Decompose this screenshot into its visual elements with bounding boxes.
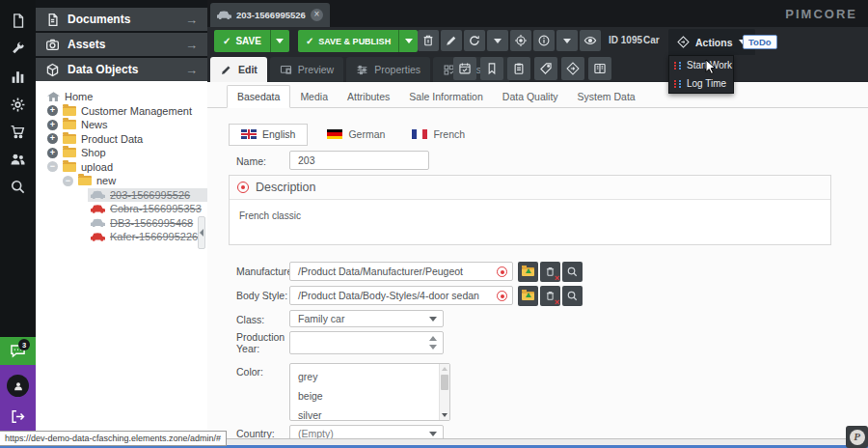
remove-relation-button[interactable]: × [540, 262, 560, 282]
reports-chart-icon[interactable] [0, 64, 36, 89]
sidebar-collapse-handle[interactable] [198, 216, 205, 249]
remove-relation-button[interactable]: × [540, 286, 560, 306]
save-publish-dropdown-caret[interactable] [398, 30, 418, 52]
preview-eye-button[interactable] [580, 30, 601, 51]
search-relation-button[interactable] [562, 262, 583, 282]
class-select[interactable]: Family car [289, 310, 444, 327]
tree-item[interactable]: Customer Management [36, 104, 207, 119]
check-icon: ✓ [306, 36, 313, 46]
tree-item[interactable]: Home [36, 90, 207, 104]
content-tab[interactable]: Data Quality [493, 86, 568, 107]
reload-dropdown-caret[interactable] [487, 30, 508, 51]
content-tab-row: BasedataMediaAttributesSale InformationD… [207, 87, 868, 108]
color-option[interactable]: grey [298, 367, 449, 386]
content-tab[interactable]: Attributes [338, 86, 399, 107]
color-option[interactable]: silver [298, 406, 449, 421]
tree-item[interactable]: new [36, 174, 207, 188]
tree-expander-icon[interactable] [47, 105, 58, 116]
actions-menu-item[interactable]: Start Work [669, 56, 733, 74]
tree-expander-icon[interactable] [47, 161, 58, 172]
language-tab-label: French [433, 128, 465, 140]
info-dropdown-caret[interactable] [556, 30, 578, 51]
view-tab[interactable]: Edit [210, 57, 267, 82]
tree-item-icon [91, 190, 105, 199]
open-relation-folder-button[interactable] [518, 286, 538, 306]
tree-expander-icon[interactable] [47, 133, 58, 144]
tree-item[interactable]: Shop [36, 146, 207, 160]
tag-icon[interactable] [534, 57, 557, 80]
localized-field-icon [237, 182, 249, 193]
user-avatar[interactable] [7, 375, 29, 397]
schedule-calendar-icon[interactable] [453, 57, 476, 80]
settings-gear-icon[interactable] [0, 92, 36, 117]
color-scrollbar[interactable] [439, 364, 449, 420]
ecommerce-cart-icon[interactable] [0, 119, 36, 144]
content-tab[interactable]: Media [290, 86, 338, 107]
sidebar-accordion: Documents → Assets → Data Objects → [36, 0, 207, 81]
spinner-down-icon[interactable] [429, 345, 437, 350]
reload-button[interactable] [464, 30, 485, 51]
content-tab[interactable]: Basedata [227, 85, 290, 108]
actions-menu-item[interactable]: Log Time [669, 74, 733, 93]
logout-icon[interactable] [10, 408, 26, 425]
content-tab[interactable]: System Data [568, 86, 645, 107]
cube-icon [45, 63, 60, 77]
color-option[interactable]: beige [298, 386, 449, 406]
sidebar-section-header[interactable]: Assets → [36, 33, 207, 56]
search-relation-button[interactable] [562, 286, 583, 306]
delete-button[interactable] [418, 30, 439, 51]
workflow-transition-icon [674, 80, 681, 88]
rename-pencil-button[interactable] [441, 30, 462, 51]
sidebar-section-header[interactable]: Documents → [36, 8, 207, 31]
tools-wrench-icon[interactable] [0, 36, 36, 61]
tree-expander-icon[interactable] [63, 176, 73, 186]
scroll-down-icon[interactable] [442, 413, 448, 417]
save-button[interactable]: ✓SAVE [214, 30, 270, 52]
tree-item[interactable]: 203-1566995526 [36, 188, 207, 203]
info-button[interactable] [533, 30, 555, 51]
spinner-up-icon[interactable] [429, 336, 437, 341]
tree-item-label: News [81, 119, 108, 130]
tree-item[interactable]: Product Data [36, 132, 207, 147]
save-dropdown-caret[interactable] [270, 30, 289, 52]
sidebar-section-header[interactable]: Data Objects → [36, 58, 207, 81]
tree-item-label: Product Data [81, 133, 143, 145]
tree-item[interactable]: Kafer-1566995226 [36, 230, 207, 244]
tree-item[interactable]: DB3-1566995468 [36, 216, 207, 231]
content-tab[interactable]: Sale Information [399, 86, 492, 107]
tree-expander-icon[interactable] [47, 120, 58, 130]
tree-item[interactable]: Cobra-1566995353 [36, 202, 207, 216]
clipboard-notes-icon[interactable] [507, 57, 530, 80]
open-relation-folder-button[interactable] [518, 262, 538, 282]
view-tab[interactable]: Properties [346, 57, 430, 82]
view-tab[interactable]: Preview [270, 57, 343, 82]
open-object-tab[interactable]: 203-1566995526 × [210, 3, 330, 27]
language-tab[interactable]: German [319, 124, 393, 146]
save-publish-button[interactable]: ✓SAVE & PUBLISH [298, 30, 398, 52]
manufacturer-input[interactable]: /Product Data/Manufacturer/Peugeot [289, 262, 513, 281]
close-tab-icon[interactable]: × [311, 9, 323, 21]
bookmark-icon[interactable] [480, 57, 503, 80]
production-year-spinner[interactable] [289, 331, 444, 354]
tree-expander-icon[interactable] [47, 148, 58, 158]
tree-item-icon [91, 205, 105, 213]
notifications-chat-icon[interactable] [0, 337, 36, 365]
browser-extension-badge[interactable]: P [846, 426, 868, 448]
users-icon[interactable] [0, 147, 36, 172]
tree-item[interactable]: News [36, 118, 207, 132]
workflow-diamond-icon[interactable] [561, 57, 584, 80]
color-listbox[interactable]: greybeigesilver [289, 363, 450, 421]
language-tab[interactable]: English [229, 124, 308, 146]
name-input[interactable]: 203 [289, 151, 429, 170]
reports-book-icon[interactable] [588, 57, 611, 80]
documents-rail-icon[interactable] [0, 8, 36, 33]
language-tab[interactable]: French [404, 124, 473, 146]
locate-in-tree-button[interactable] [510, 30, 531, 51]
scroll-up-icon[interactable] [442, 367, 448, 371]
description-editor[interactable]: French classic [230, 200, 830, 232]
tree-item[interactable]: upload [36, 160, 207, 175]
search-icon[interactable] [0, 174, 36, 199]
description-panel: Description French classic [229, 175, 831, 245]
body-style-input[interactable]: /Product Data/Body-Styles/4-door sedan [289, 286, 513, 305]
scroll-handle[interactable] [441, 375, 448, 390]
